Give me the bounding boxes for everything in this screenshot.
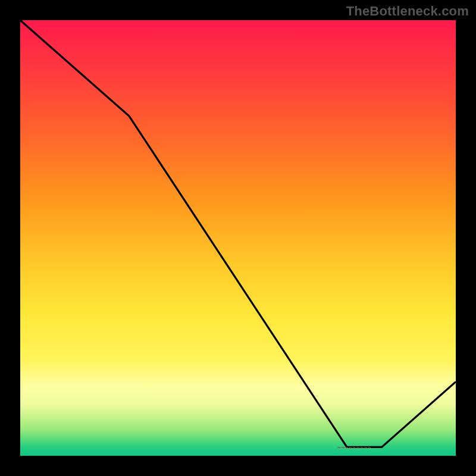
curve-path	[20, 20, 456, 447]
watermark-text: TheBottleneck.com	[346, 4, 469, 19]
valley-label: ~~~~~~~~~	[337, 444, 371, 451]
bottleneck-curve	[20, 20, 456, 456]
plot-frame: ~~~~~~~~~	[20, 20, 456, 456]
chart-stage: TheBottleneck.com ~~~~~~~~~	[0, 0, 476, 476]
